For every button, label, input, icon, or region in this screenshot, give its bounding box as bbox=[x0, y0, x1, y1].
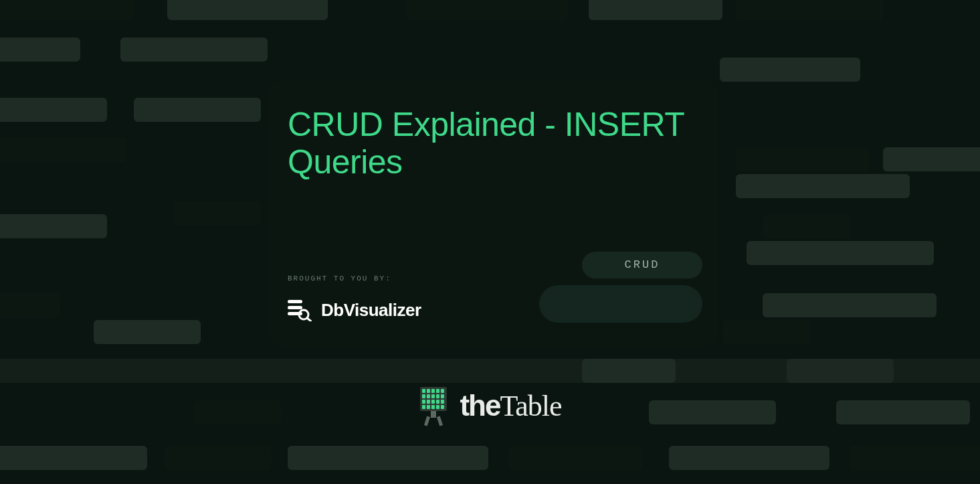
article-title: CRUD Explained - INSERT Queries bbox=[288, 106, 698, 181]
article-tags: CRUD bbox=[539, 252, 702, 323]
sponsor-name: DbVisualizer bbox=[321, 300, 421, 321]
site-logo: theTable bbox=[418, 387, 561, 424]
site-logo-text: theTable bbox=[460, 389, 561, 423]
svg-rect-1 bbox=[288, 306, 302, 309]
thetable-logo-icon bbox=[418, 387, 448, 424]
svg-line-4 bbox=[307, 318, 311, 321]
sponsor-prefix-label: BROUGHT TO YOU BY: bbox=[288, 274, 391, 283]
tag-pill-placeholder bbox=[539, 285, 702, 323]
dbvisualizer-logo-icon bbox=[288, 299, 312, 321]
svg-rect-0 bbox=[288, 300, 302, 303]
article-card: CRUD Explained - INSERT Queries BROUGHT … bbox=[268, 79, 718, 347]
sponsor-block: DbVisualizer bbox=[288, 299, 421, 321]
tag-pill: CRUD bbox=[582, 252, 702, 278]
